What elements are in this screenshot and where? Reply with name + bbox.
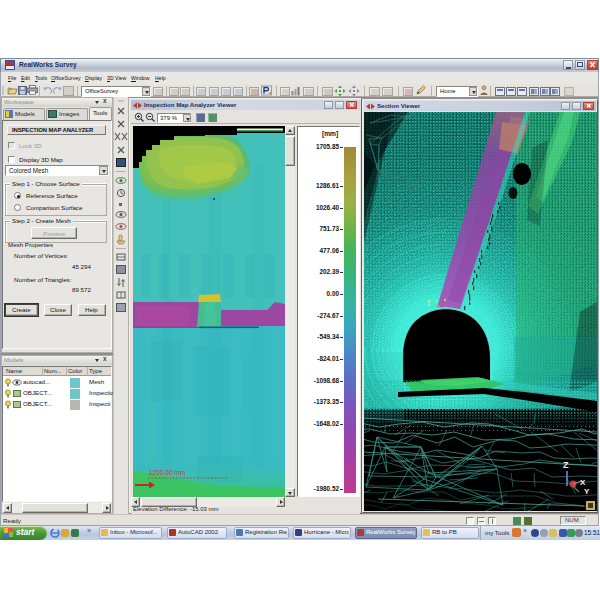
svg-text:1200.00 mm: 1200.00 mm xyxy=(149,469,185,476)
svg-text:Z: Z xyxy=(563,460,569,470)
svg-text:X: X xyxy=(580,478,586,487)
svg-text:Y: Y xyxy=(584,487,590,496)
